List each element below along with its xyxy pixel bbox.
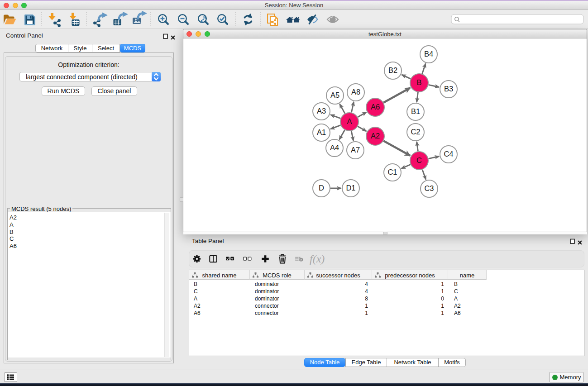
svg-text:A8: A8 <box>351 88 360 96</box>
svg-text:C: C <box>416 156 422 164</box>
svg-text:A5: A5 <box>330 91 339 99</box>
svg-text:B3: B3 <box>444 85 453 93</box>
svg-text:D: D <box>319 184 324 192</box>
svg-text:A6: A6 <box>371 103 380 111</box>
svg-text:A7: A7 <box>351 146 360 154</box>
svg-text:f(x): f(x) <box>310 253 325 265</box>
svg-text:C1: C1 <box>387 168 397 176</box>
svg-text:A2: A2 <box>371 132 380 140</box>
svg-text:C3: C3 <box>424 184 434 192</box>
svg-text:A: A <box>347 117 352 125</box>
svg-text:A3: A3 <box>317 107 326 115</box>
svg-text:B2: B2 <box>388 66 397 74</box>
svg-text:B1: B1 <box>411 107 420 115</box>
svg-text:A4: A4 <box>330 143 339 152</box>
svg-text:B4: B4 <box>424 50 433 58</box>
svg-text:C4: C4 <box>444 150 453 158</box>
svg-text:D1: D1 <box>346 184 355 192</box>
svg-text:C2: C2 <box>411 128 420 136</box>
svg-text:A1: A1 <box>317 128 326 136</box>
svg-text:B: B <box>416 78 421 86</box>
